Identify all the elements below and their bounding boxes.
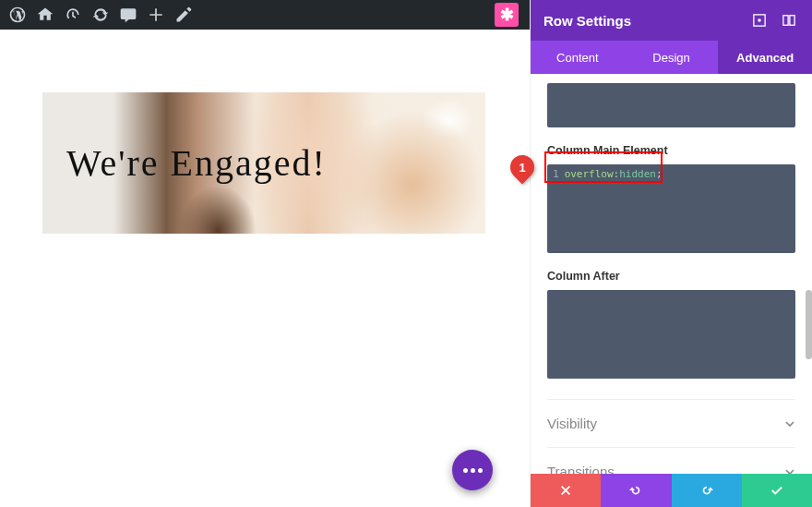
- save-button[interactable]: [742, 474, 812, 507]
- column-before-css-input[interactable]: [547, 83, 795, 127]
- chevron-down-icon: [784, 418, 795, 429]
- tab-advanced[interactable]: Advanced: [718, 41, 812, 74]
- column-after-css-input[interactable]: [547, 290, 795, 379]
- scrollbar-thumb[interactable]: [806, 290, 812, 359]
- dashboard-icon[interactable]: [59, 0, 87, 30]
- edit-icon[interactable]: [170, 0, 197, 30]
- svg-rect-3: [790, 16, 794, 26]
- field-label-after: Column After: [547, 270, 795, 283]
- sidebar-body: Column Main Element 1overflow:hidden; Co…: [531, 74, 812, 474]
- page-settings-fab[interactable]: [452, 450, 493, 490]
- settings-sidebar: Row Settings Content Design Advanced Col…: [530, 0, 812, 507]
- sidebar-footer: [531, 474, 812, 507]
- sidebar-title: Row Settings: [543, 13, 631, 29]
- add-icon[interactable]: [142, 0, 170, 30]
- comment-icon[interactable]: [114, 0, 142, 30]
- hero-section[interactable]: We're Engaged!: [42, 92, 485, 234]
- cancel-button[interactable]: [531, 474, 601, 507]
- wp-admin-bar: ✱: [0, 0, 530, 30]
- refresh-icon[interactable]: [87, 0, 114, 30]
- redo-button[interactable]: [672, 474, 742, 507]
- hero-heading: We're Engaged!: [66, 141, 327, 185]
- focus-icon[interactable]: [749, 10, 770, 30]
- column-main-css-input[interactable]: 1overflow:hidden;: [547, 164, 795, 253]
- sidebar-tabs: Content Design Advanced: [531, 41, 812, 74]
- css-code-line: 1overflow:hidden;: [547, 164, 795, 184]
- divi-logo-icon[interactable]: ✱: [495, 3, 519, 27]
- field-label-main: Column Main Element: [547, 144, 795, 157]
- wp-logo-icon[interactable]: [4, 0, 31, 30]
- section-transitions[interactable]: Transitions: [547, 447, 795, 474]
- expand-icon[interactable]: [779, 10, 799, 30]
- svg-point-1: [758, 18, 761, 22]
- undo-button[interactable]: [601, 474, 671, 507]
- page-canvas: We're Engaged!: [0, 30, 530, 507]
- chevron-down-icon: [784, 466, 795, 475]
- tab-design[interactable]: Design: [625, 41, 719, 74]
- tab-content[interactable]: Content: [531, 41, 625, 74]
- svg-rect-2: [783, 16, 788, 26]
- home-icon[interactable]: [31, 0, 59, 30]
- sidebar-header: Row Settings: [531, 0, 812, 41]
- section-visibility[interactable]: Visibility: [547, 399, 795, 447]
